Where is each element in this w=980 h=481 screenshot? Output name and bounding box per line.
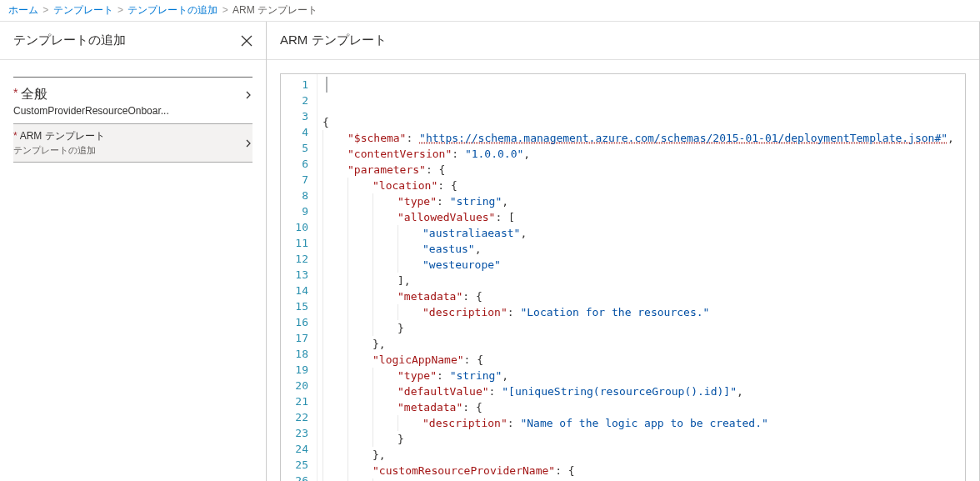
sidebar-item-subtitle: テンプレートの追加 bbox=[13, 144, 105, 157]
code-line[interactable]: "westeurope" bbox=[322, 257, 965, 273]
close-icon[interactable] bbox=[241, 35, 252, 47]
sidebar-item-label: 全般 bbox=[21, 87, 48, 101]
code-line[interactable]: "location": { bbox=[322, 178, 965, 193]
code-line[interactable]: "metadata": { bbox=[322, 288, 965, 304]
code-line[interactable]: "$schema": "https://schema.management.az… bbox=[322, 130, 965, 146]
blade-add-template: テンプレートの追加 *全般 CustomProviderResourceOnbo… bbox=[0, 22, 267, 481]
code-line[interactable]: { bbox=[322, 114, 965, 130]
code-line[interactable]: "defaultValue": "[uniqueString(resourceG… bbox=[322, 383, 965, 399]
blade-title: テンプレートの追加 bbox=[13, 33, 126, 48]
breadcrumb-sep: > bbox=[42, 4, 48, 16]
code-line[interactable]: "contentVersion": "1.0.0.0", bbox=[322, 146, 965, 162]
required-mark: * bbox=[13, 86, 18, 99]
code-line[interactable]: "description": "Name of the logic app to… bbox=[322, 415, 965, 431]
code-editor[interactable]: 1234567891011121314151617181920212223242… bbox=[280, 73, 966, 481]
required-mark: * bbox=[13, 130, 18, 142]
code-line[interactable]: "logicAppName": { bbox=[322, 352, 965, 368]
sidebar-item-arm[interactable]: *ARM テンプレート テンプレートの追加 bbox=[13, 123, 252, 163]
breadcrumb-templates[interactable]: テンプレート bbox=[53, 4, 113, 16]
sidebar-item-label: ARM テンプレート bbox=[20, 130, 105, 142]
breadcrumb: ホーム > テンプレート > テンプレートの追加 > ARM テンプレート bbox=[0, 0, 980, 22]
code-line[interactable]: "description": "Location for the resourc… bbox=[322, 304, 965, 320]
code-line[interactable]: "metadata": { bbox=[322, 399, 965, 415]
code-line[interactable]: "type": "string", bbox=[322, 368, 965, 383]
code-area[interactable]: {"$schema": "https://schema.management.a… bbox=[318, 74, 965, 481]
line-gutter: 1234567891011121314151617181920212223242… bbox=[281, 74, 318, 481]
code-line[interactable]: }, bbox=[322, 336, 965, 352]
code-line[interactable]: "parameters": { bbox=[322, 162, 965, 178]
code-line[interactable]: "eastus", bbox=[322, 241, 965, 257]
code-line[interactable]: "allowedValues": [ bbox=[322, 209, 965, 225]
breadcrumb-current: ARM テンプレート bbox=[232, 4, 318, 16]
sidebar-item-general[interactable]: *全般 CustomProviderResourceOnboar... bbox=[13, 77, 252, 123]
breadcrumb-home[interactable]: ホーム bbox=[8, 4, 38, 16]
breadcrumb-sep: > bbox=[118, 4, 123, 16]
code-line[interactable]: "australiaeast", bbox=[322, 225, 965, 241]
code-line[interactable]: }, bbox=[322, 447, 965, 463]
cursor bbox=[326, 77, 328, 93]
blade-arm-template: ARM テンプレート 12345678910111213141516171819… bbox=[267, 22, 980, 481]
code-line[interactable]: "customResourceProviderName": { bbox=[322, 463, 965, 478]
breadcrumb-add[interactable]: テンプレートの追加 bbox=[128, 4, 218, 16]
chevron-right-icon bbox=[244, 91, 252, 99]
breadcrumb-sep: > bbox=[222, 4, 228, 16]
code-line[interactable]: } bbox=[322, 431, 965, 447]
blade-title: ARM テンプレート bbox=[280, 33, 387, 48]
chevron-right-icon bbox=[244, 139, 252, 148]
code-line[interactable]: } bbox=[322, 320, 965, 336]
sidebar-item-subtitle: CustomProviderResourceOnboar... bbox=[13, 105, 222, 117]
code-line[interactable]: ], bbox=[322, 273, 965, 288]
code-line[interactable]: "type": "string", bbox=[322, 193, 965, 209]
